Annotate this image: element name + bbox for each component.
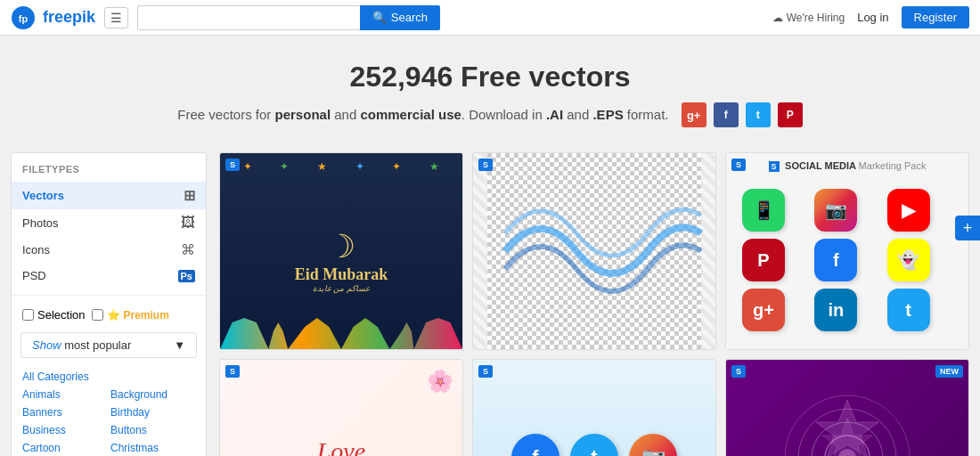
hiring-link[interactable]: ☁ We're Hiring	[772, 12, 845, 24]
psd-icon: Ps	[178, 270, 195, 282]
login-link[interactable]: Log in	[857, 11, 888, 24]
pinterest-app-icon: P	[742, 239, 785, 281]
purple-pattern	[726, 360, 968, 456]
header: fp freepik ☰ 🔍 Search ☁ We're Hiring Log…	[0, 0, 980, 36]
hero-section: 252,946 Free vectors Free vectors for pe…	[0, 36, 980, 152]
cat-christmas[interactable]: Christmas	[110, 440, 195, 456]
psd-label: PSD	[22, 269, 46, 282]
selection-label: Selection	[37, 308, 85, 322]
facebook-app-icon: f	[814, 239, 857, 281]
show-popular-dropdown[interactable]: Show most popular ▼	[20, 332, 197, 358]
google-plus-app-icon: g+	[742, 289, 785, 331]
card-badge-new: NEW	[935, 365, 963, 378]
image-card-purple[interactable]: S NEW	[725, 359, 969, 456]
social-media-title: SOCIAL MEDIA Marketing Pack	[785, 160, 926, 171]
hero-title: 252,946 Free vectors	[18, 61, 962, 94]
pinterest-button[interactable]: P	[778, 102, 803, 127]
fb-icons-grid: f t 📷	[494, 416, 695, 456]
linkedin-icon: in	[814, 289, 857, 331]
twitter-circle-icon: t	[570, 434, 618, 456]
social-media-header: S SOCIAL MEDIA Marketing Pack	[726, 160, 968, 171]
mandala-svg	[776, 387, 919, 456]
instagram-icon: 📷	[814, 189, 857, 232]
photos-label: Photos	[22, 216, 58, 230]
show-text: Show	[32, 338, 61, 352]
sidebar-item-photos[interactable]: Photos 🖼	[12, 209, 206, 236]
cat-business[interactable]: Business	[22, 422, 107, 438]
image-card-eid[interactable]: ✦ ✦ ★ ✦ ✦ ★ ☽ Eid Mubarak عساكم من عايدة	[219, 152, 463, 350]
selection-checkbox[interactable]	[22, 309, 34, 321]
content-area: ✦ ✦ ★ ✦ ✦ ★ ☽ Eid Mubarak عساكم من عايدة	[207, 152, 969, 456]
eid-stars-decoration: ✦ ✦ ★ ✦ ✦ ★	[220, 160, 462, 173]
cloud-icon: ☁	[772, 12, 783, 24]
sidebar: FILETYPES Vectors ⊞ Photos 🖼 Icons ⌘ PSD…	[11, 152, 207, 456]
icons-icon: ⌘	[181, 241, 195, 258]
cat-background[interactable]: Background	[110, 387, 195, 403]
cat-all[interactable]: All Categories	[22, 369, 195, 385]
crescent-icon: ☽	[295, 228, 388, 265]
card-badge-wave: S	[478, 159, 493, 171]
cat-cartoon[interactable]: Cartoon	[22, 440, 107, 456]
sidebar-divider	[12, 295, 206, 296]
search-area: 🔍 Search	[137, 5, 440, 30]
flowers-top-icon: 🌸	[427, 369, 453, 394]
cat-banners[interactable]: Banners	[22, 404, 107, 420]
card-badge-social: S	[731, 159, 746, 171]
search-input[interactable]	[137, 5, 360, 30]
premium-star-icon: ⭐	[107, 309, 120, 322]
sidebar-item-psd[interactable]: PSD Ps	[12, 264, 206, 288]
svg-text:fp: fp	[19, 13, 29, 24]
sidebar-item-icons[interactable]: Icons ⌘	[12, 236, 206, 264]
search-button[interactable]: 🔍 Search	[360, 5, 440, 30]
social-apps-grid: 📱 📷 ▶ P f 👻 g+ in t	[731, 162, 963, 340]
cat-birthday[interactable]: Birthday	[110, 404, 195, 420]
search-icon: 🔍	[372, 11, 387, 24]
logo-text: freepik	[43, 8, 95, 27]
love-text: Love	[317, 437, 365, 457]
instagram-circle-icon: 📷	[629, 434, 677, 456]
image-card-fb[interactable]: f t 📷 S	[472, 359, 716, 456]
freepik-logo-icon: fp	[11, 5, 36, 30]
image-card-social[interactable]: S SOCIAL MEDIA Marketing Pack 📱 📷 ▶ P f …	[725, 152, 969, 350]
love-content: 🌸 Love Married 🌼	[220, 360, 462, 456]
sidebar-item-vectors[interactable]: Vectors ⊞	[12, 182, 206, 209]
facebook-button[interactable]: f	[714, 102, 739, 127]
images-grid: ✦ ✦ ★ ✦ ✦ ★ ☽ Eid Mubarak عساكم من عايدة	[219, 152, 969, 456]
facebook-circle-icon: f	[511, 434, 559, 456]
card-badge-eid: S	[225, 159, 240, 171]
social-icons: g+ f t P	[682, 102, 803, 127]
hero-subtitle: Free vectors for personal and commercial…	[18, 102, 962, 127]
icons-label: Icons	[22, 243, 50, 256]
menu-button[interactable]: ☰	[104, 7, 128, 28]
mosque-decoration	[220, 305, 462, 349]
twitter-app-icon: t	[887, 289, 930, 331]
register-button[interactable]: Register	[902, 6, 969, 28]
wave-svg	[473, 153, 715, 349]
main-layout: FILETYPES Vectors ⊞ Photos 🖼 Icons ⌘ PSD…	[0, 152, 980, 456]
selection-checkbox-label[interactable]: Selection	[22, 308, 85, 322]
eid-title: Eid Mubarak	[295, 265, 388, 284]
premium-checkbox[interactable]	[92, 309, 103, 321]
card-badge-fb: S	[478, 365, 493, 378]
header-right: ☁ We're Hiring Log in Register	[772, 6, 969, 28]
image-card-love[interactable]: 🌸 Love Married 🌼 S	[219, 359, 463, 456]
selection-row: Selection ⭐ Premium	[12, 303, 206, 327]
vectors-label: Vectors	[22, 189, 64, 202]
cat-animals[interactable]: Animals	[22, 387, 107, 403]
eid-subtitle: عساكم من عايدة	[295, 284, 388, 293]
whatsapp-icon: 📱	[742, 189, 785, 232]
social-media-content: S SOCIAL MEDIA Marketing Pack 📱 📷 ▶ P f …	[726, 155, 968, 347]
image-card-wave[interactable]: S	[472, 152, 716, 350]
youtube-icon: ▶	[887, 189, 930, 232]
logo[interactable]: fp freepik	[11, 5, 95, 30]
twitter-button[interactable]: t	[746, 102, 771, 127]
premium-checkbox-label[interactable]: ⭐ Premium	[92, 309, 168, 322]
cat-buttons[interactable]: Buttons	[110, 422, 195, 438]
premium-label: ⭐ Premium	[107, 309, 168, 322]
float-add-button[interactable]: +	[955, 216, 980, 240]
card-badge-purple: S	[731, 365, 746, 378]
card-badge-love: S	[225, 365, 240, 378]
google-plus-button[interactable]: g+	[682, 102, 706, 127]
categories-grid: All Categories Animals Background Banner…	[12, 363, 206, 456]
photos-icon: 🖼	[181, 215, 195, 231]
